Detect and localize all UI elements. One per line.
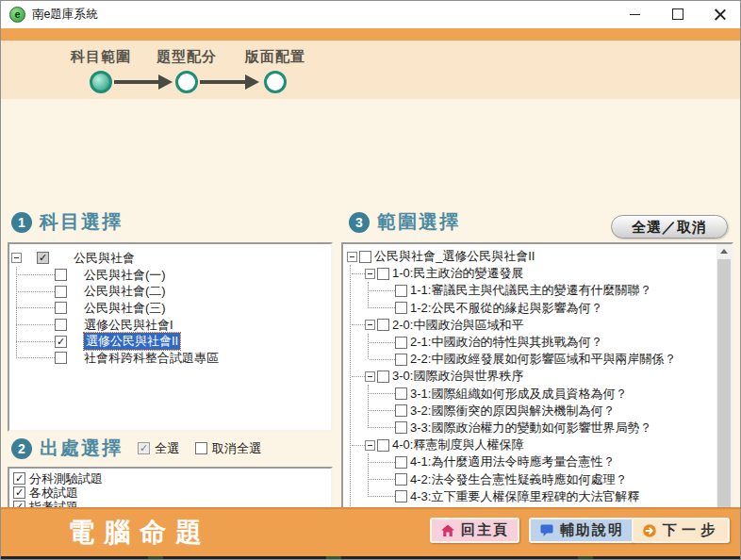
checkbox[interactable] [377, 439, 389, 452]
step-label-layout: 版面配置 [219, 48, 332, 66]
tree-item-label[interactable]: 4-1:為什麼適用法令時應考量合憲性？ [410, 453, 615, 470]
collapse-icon[interactable] [365, 269, 375, 279]
tree-row[interactable]: 3-1:國際組織如何形成及成員資格為何？ [345, 386, 716, 403]
tree-item-label[interactable]: 2-2:中國政經發展如何影響區域和平與兩岸關係？ [410, 351, 676, 368]
tree-item-label[interactable]: 2-1:中國政治的特性與其挑戰為何？ [410, 334, 602, 351]
minimize-button[interactable] [614, 0, 656, 28]
checkbox[interactable] [395, 421, 407, 434]
speech-bubble-icon [539, 523, 554, 538]
checkbox-select-all[interactable]: ✓ [138, 442, 150, 454]
tree-row-subject-root[interactable]: ✓ 公民與社會 [9, 250, 331, 267]
checkbox[interactable] [395, 387, 407, 400]
collapse-icon[interactable] [347, 252, 357, 262]
tree-row[interactable]: 1-0:民主政治的變遷發展 [345, 265, 716, 282]
tree-item-label-selected[interactable]: 選修公民與社會II [84, 333, 180, 350]
collapse-icon[interactable] [365, 320, 375, 330]
tree-item-label[interactable]: 4-0:釋憲制度與人權保障 [392, 436, 523, 453]
tree-row[interactable]: 社會科跨科整合試題專區 [9, 350, 331, 367]
tree-item-label[interactable]: 1-0:民主政治的變遷發展 [392, 265, 523, 282]
help-button-label: 輔助說明 [560, 521, 624, 539]
checkbox-checked[interactable]: ✓ [55, 336, 67, 348]
scope-panel-title: 範圍選擇 [377, 209, 460, 235]
vertical-scroll-thumb[interactable] [717, 259, 731, 539]
tree-row[interactable]: 1-1:審議民主與代議民主的變遷有什麼關聯？ [345, 282, 716, 299]
arrow-head-icon [158, 74, 173, 90]
checkbox[interactable] [359, 251, 371, 263]
checkbox[interactable] [377, 319, 389, 331]
tree-item-label[interactable]: 4-2:法令發生合憲性疑義時應如何處理？ [410, 471, 627, 488]
checkbox[interactable] [55, 269, 67, 281]
checkbox[interactable] [55, 286, 67, 298]
tree-row[interactable]: 公民與社會(二) [9, 283, 331, 300]
maximize-button[interactable] [656, 0, 699, 28]
tree-item-label[interactable]: 3-1:國際組織如何形成及成員資格為何？ [410, 386, 627, 403]
tree-item-label[interactable]: 3-2:國際衝突的原因與解決機制為何？ [410, 403, 615, 420]
collapse-icon[interactable] [365, 371, 375, 382]
tree-row-scope-root[interactable]: 公民與社會_選修公民與社會II [345, 248, 716, 265]
checkbox[interactable] [55, 302, 67, 314]
collapse-icon[interactable] [365, 440, 375, 451]
next-step-button[interactable]: 下一步 [632, 518, 730, 543]
checkbox[interactable] [377, 268, 389, 280]
tree-item-label[interactable]: 公民與社會(一) [84, 267, 166, 284]
tree-item-label[interactable]: 公民與社會_選修公民與社會II [374, 248, 535, 265]
checkbox-checked[interactable]: ✓ [13, 472, 25, 485]
checkbox-partial[interactable]: ✓ [37, 252, 49, 264]
help-button[interactable]: 輔助說明 [529, 518, 634, 543]
tree-item-label[interactable]: 公民與社會(二) [84, 283, 166, 300]
tree-item-label[interactable]: 4-3:立下重要人權保障里程碑的大法官解釋 [410, 488, 639, 505]
tree-row[interactable]: 2-0:中國政治與區域和平 [345, 317, 716, 334]
tree-item-label[interactable]: 社會科跨科整合試題專區 [84, 350, 219, 367]
tree-row[interactable]: 3-3:國際政治權力的變動如何影響世界局勢？ [345, 420, 716, 436]
home-button[interactable]: 回主頁 [430, 518, 519, 543]
scroll-up-icon[interactable] [716, 244, 732, 258]
tree-row[interactable]: 3-2:國際衝突的原因與解決機制為何？ [345, 403, 716, 420]
tree-connector [16, 274, 55, 275]
deselect-all-control[interactable]: 取消全選 [195, 440, 261, 457]
tree-row[interactable]: 4-3:立下重要人權保障里程碑的大法官解釋 [345, 488, 716, 505]
checkbox[interactable] [395, 404, 407, 417]
deselect-all-label[interactable]: 取消全選 [212, 440, 261, 457]
tree-item-label[interactable]: 選修公民與社會I [84, 317, 173, 334]
toggle-all-button[interactable]: 全選／取消 [611, 215, 728, 239]
tree-row[interactable]: 公民與社會(三) [9, 300, 331, 317]
tree-row[interactable]: 3-0:國際政治與世界秩序 [345, 368, 716, 385]
checkbox[interactable] [395, 473, 407, 486]
tree-item-label[interactable]: 2-0:中國政治與區域和平 [392, 317, 523, 334]
select-all-label[interactable]: 全選 [155, 440, 179, 457]
select-all-control[interactable]: ✓ 全選 [138, 440, 179, 457]
tree-row[interactable]: 2-1:中國政治的特性與其挑戰為何？ [345, 334, 716, 351]
collapse-icon[interactable] [11, 253, 22, 263]
app-icon: e [9, 7, 25, 23]
tree-row-selected[interactable]: ✓ 選修公民與社會II [9, 333, 331, 350]
tree-item-label[interactable]: 1-2:公民不服從的緣起與影響為何？ [410, 300, 602, 317]
tree-row[interactable]: 4-2:法令發生合憲性疑義時應如何處理？ [345, 470, 716, 487]
tree-row[interactable]: 2-2:中國政經發展如何影響區域和平與兩岸關係？ [345, 351, 716, 368]
tree-item-label[interactable]: 公民與社會(三) [84, 300, 166, 317]
checkbox-checked[interactable]: ✓ [13, 486, 25, 499]
tree-row[interactable]: 4-1:為什麼適用法令時應考量合憲性？ [345, 453, 716, 470]
tree-connector [370, 307, 395, 308]
tree-item-label[interactable]: 1-1:審議民主與代議民主的變遷有什麼關聯？ [410, 282, 651, 299]
checkbox[interactable] [395, 302, 407, 314]
checkbox[interactable] [395, 337, 407, 349]
tree-item-label[interactable]: 公民與社會 [74, 250, 135, 267]
tree-item-label[interactable]: 3-3:國際政治權力的變動如何影響世界局勢？ [410, 420, 651, 436]
tree-connector [370, 290, 395, 291]
tree-row[interactable]: 公民與社會(一) [9, 267, 331, 284]
tree-row[interactable]: 1-2:公民不服從的緣起與影響為何？ [345, 300, 716, 317]
checkbox[interactable] [377, 371, 389, 383]
checkbox[interactable] [395, 354, 407, 366]
checkbox[interactable] [395, 490, 407, 502]
tree-row[interactable]: 4-0:釋憲制度與人權保障 [345, 436, 716, 453]
checkbox[interactable] [395, 285, 407, 297]
footer-brand: 電腦命題 [68, 515, 211, 551]
checkbox-deselect-all[interactable] [195, 442, 207, 454]
checkbox[interactable] [55, 319, 67, 331]
tree-item-label[interactable]: 3-0:國際政治與世界秩序 [392, 368, 523, 385]
checkbox[interactable] [55, 352, 67, 364]
close-button[interactable] [699, 0, 741, 28]
checkbox[interactable] [395, 456, 407, 469]
tree-row[interactable]: 選修公民與社會I [9, 317, 331, 334]
scope-panel-header: 3 範圍選擇 [349, 209, 460, 235]
